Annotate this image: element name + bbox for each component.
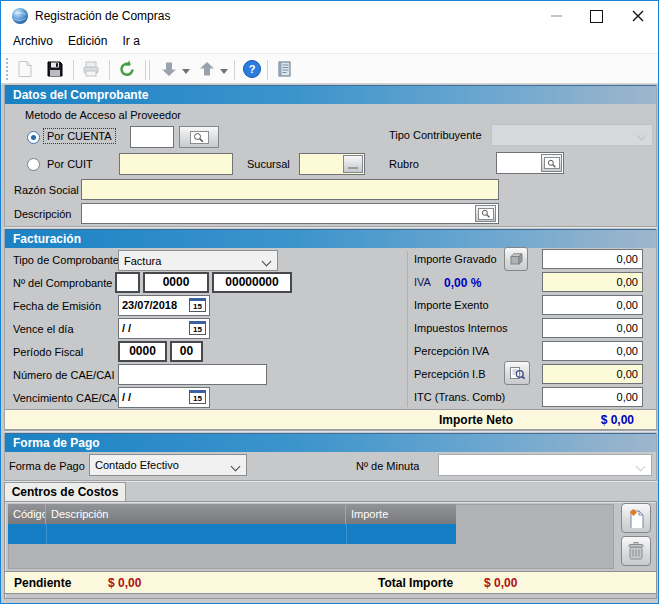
percepcion-iva-label: Percepción IVA — [414, 345, 489, 357]
periodo-anio-input[interactable]: 0000 — [118, 341, 167, 362]
por-cuit-label[interactable]: Por CUIT — [47, 158, 93, 170]
percepcion-ib-lookup-button[interactable] — [504, 361, 530, 385]
descripcion-lookup-button[interactable] — [475, 205, 496, 222]
por-cuenta-radio[interactable] — [27, 131, 40, 144]
periodo-fiscal-label: Período Fiscal — [13, 346, 83, 358]
numero-cae-label: Número de CAE/CAI — [13, 369, 114, 381]
descripcion-input[interactable] — [81, 203, 499, 224]
help-button[interactable]: ? — [240, 57, 264, 81]
numero-cae-input[interactable] — [118, 364, 267, 385]
maximize-button[interactable] — [581, 5, 611, 27]
toolbar-separator — [109, 60, 110, 80]
section-datos-header: Datos del Comprobante — [5, 85, 656, 104]
itc-input[interactable]: 0,00 — [542, 387, 643, 407]
importe-gravado-input[interactable]: 0,00 — [542, 249, 643, 269]
print-button[interactable] — [79, 57, 103, 81]
tipo-contribuyente-label: Tipo Contribuyente — [389, 129, 482, 141]
move-up-dropdown[interactable] — [220, 65, 228, 77]
impuestos-internos-label: Impuestos Internos — [414, 322, 508, 334]
facturacion-divider — [407, 251, 408, 407]
menu-archivo[interactable]: Archivo — [7, 31, 59, 51]
por-cuenta-label[interactable]: Por CUENTA — [44, 129, 115, 143]
toolbar-gripper[interactable] — [6, 58, 9, 80]
razon-social-input[interactable] — [81, 179, 499, 200]
vence-dia-label: Vence el día — [13, 323, 74, 335]
pendiente-label: Pendiente — [14, 576, 71, 590]
row-cell-divider — [346, 524, 347, 544]
forma-pago-select[interactable]: Contado Efectivo — [89, 454, 247, 476]
magnifier-icon — [190, 131, 209, 144]
notes-icon — [277, 60, 293, 78]
nro-comprobante-numero-input[interactable]: 00000000 — [212, 272, 292, 293]
add-document-icon — [627, 508, 645, 528]
selected-grid-row[interactable] — [8, 524, 456, 544]
app-globe-icon — [11, 7, 29, 27]
iva-input[interactable]: 0,00 — [542, 272, 643, 292]
importe-gravado-label: Importe Gravado — [414, 253, 497, 265]
help-icon: ? — [242, 59, 262, 79]
cuenta-input[interactable] — [130, 126, 174, 148]
sucursal-label: Sucursal — [247, 158, 290, 170]
column-header-codigo: Código — [8, 504, 46, 524]
delete-row-button[interactable] — [621, 536, 651, 566]
sucursal-button[interactable] — [343, 155, 363, 173]
percepcion-ib-input[interactable]: 0,00 — [542, 364, 643, 384]
tipo-comprobante-select[interactable]: Factura — [118, 250, 278, 271]
menu-edicion[interactable]: Edición — [62, 31, 113, 51]
move-up-button[interactable] — [195, 57, 219, 81]
search-document-icon — [509, 366, 526, 381]
cuit-input[interactable] — [119, 153, 233, 175]
toolbar-separator — [145, 60, 146, 80]
vence-dia-calendar-button[interactable]: 15 — [189, 321, 206, 335]
minimize-button[interactable] — [541, 5, 571, 27]
itc-label: ITC (Trans. Comb) — [414, 391, 505, 403]
toolbar: ? — [1, 53, 658, 84]
add-row-button[interactable] — [621, 503, 651, 533]
periodo-mes-input[interactable]: 00 — [170, 341, 203, 362]
column-header-descripcion: Descripción — [46, 504, 346, 524]
total-importe-value: $ 0,00 — [484, 576, 517, 590]
move-down-dropdown[interactable] — [182, 65, 190, 77]
percepcion-ib-label: Percepción I.B — [414, 368, 486, 380]
minuta-select[interactable] — [438, 454, 652, 476]
move-down-button[interactable] — [157, 57, 181, 81]
chevron-down-icon — [182, 69, 190, 75]
vencimiento-cae-calendar-button[interactable]: 15 — [189, 390, 206, 404]
forma-pago-label: Forma de Pago — [9, 460, 85, 472]
tipo-comprobante-value: Factura — [124, 255, 161, 267]
rubro-label: Rubro — [389, 158, 419, 170]
pendiente-value: $ 0,00 — [108, 576, 141, 590]
tipo-contribuyente-select[interactable] — [491, 124, 653, 146]
iva-label: IVA — [414, 276, 431, 288]
minuta-label: Nº de Minuta — [356, 460, 419, 472]
total-importe-label: Total Importe — [378, 576, 453, 590]
new-document-button[interactable] — [13, 57, 37, 81]
nro-comprobante-pv-input[interactable]: 0000 — [143, 272, 209, 293]
minimize-icon — [551, 15, 562, 17]
importe-gravado-tool-button[interactable] — [504, 247, 528, 271]
blank-icon — [348, 167, 358, 169]
notes-button[interactable] — [273, 57, 297, 81]
cuenta-lookup-button[interactable] — [179, 126, 219, 148]
percepcion-iva-input[interactable]: 0,00 — [542, 341, 643, 361]
tab-centros-de-costos[interactable]: Centros de Costos — [4, 482, 126, 501]
menu-ir-a[interactable]: Ir a — [117, 31, 146, 51]
section-forma-pago-header: Forma de Pago — [5, 433, 656, 452]
trash-icon — [627, 541, 645, 561]
impuestos-internos-input[interactable]: 0,00 — [542, 318, 643, 338]
window-title: Registración de Compras — [35, 9, 170, 23]
nro-comprobante-letra-input[interactable] — [115, 272, 140, 293]
arrow-down-icon — [160, 60, 178, 78]
importe-exento-input[interactable]: 0,00 — [542, 295, 643, 315]
rubro-lookup-button[interactable] — [541, 154, 562, 172]
magnifier-icon — [544, 157, 560, 169]
refresh-button[interactable] — [115, 57, 139, 81]
por-cuit-radio[interactable] — [27, 158, 40, 171]
metodo-acceso-label: Metodo de Acceso al Proveedor — [25, 109, 181, 121]
close-button[interactable] — [623, 5, 653, 27]
title-bar: Registración de Compras — [1, 1, 658, 31]
refresh-icon — [117, 59, 137, 79]
save-button[interactable] — [43, 57, 67, 81]
chevron-down-icon — [262, 257, 272, 267]
fecha-emision-calendar-button[interactable]: 15 — [189, 298, 206, 312]
